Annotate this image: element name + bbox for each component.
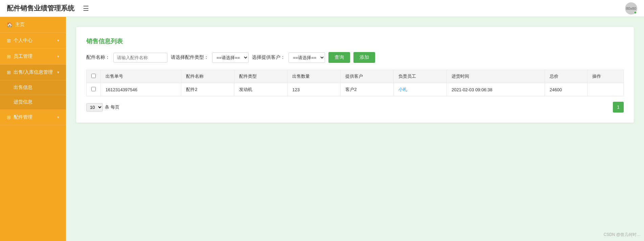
- filter-bar: 配件名称： 请选择配件类型： ==请选择== 选择提供客户： ==请选择== 查…: [86, 52, 624, 63]
- employee-link[interactable]: 小札: [398, 87, 407, 92]
- employee-icon: ⊞: [7, 54, 11, 59]
- per-page-control: 10 20 50 条 每页: [86, 103, 119, 112]
- th-parts-name: 配件名称: [181, 70, 234, 83]
- home-icon: 🏠: [7, 22, 13, 27]
- per-page-label: 条 每页: [105, 104, 119, 110]
- sales-mgmt-icon: ⊞: [7, 70, 11, 75]
- sidebar-item-sales-mgmt[interactable]: ⊞ 出售/入库信息管理 ▾: [0, 65, 66, 80]
- chevron-down-icon-3: ▾: [57, 70, 59, 75]
- chevron-down-icon-4: ▾: [57, 115, 59, 120]
- parts-name-label: 配件名称：: [86, 54, 110, 61]
- chevron-down-icon: ▾: [57, 38, 59, 43]
- sidebar-item-home[interactable]: 🏠 主页: [0, 17, 66, 33]
- cell-time: 2021-02-03 09:06:38: [447, 83, 545, 96]
- sidebar-label-sales-info: 出售信息: [14, 85, 32, 91]
- per-page-select[interactable]: 10 20 50: [86, 103, 103, 112]
- supplier-select[interactable]: ==请选择==: [289, 52, 325, 63]
- user-avatar[interactable]: 80x80: [625, 2, 637, 15]
- pagination-bar: 10 20 50 条 每页 1: [86, 102, 624, 113]
- parts-type-select[interactable]: ==请选择==: [212, 52, 249, 63]
- main-layout: 🏠 主页 ⊞ 个人中心 ▾ ⊞ 员工管理 ▾ ⊞ 出售/入库信息管理 ▾ 出售信…: [0, 17, 644, 241]
- table-row: 1612314397546 配件2 发动机 123 客户2 小札 2021-02…: [87, 83, 624, 96]
- cell-supplier: 客户2: [341, 83, 394, 96]
- sidebar-label-sales-mgmt: 出售/入库信息管理: [14, 69, 54, 75]
- select-all-checkbox[interactable]: [91, 74, 96, 78]
- row-checkbox-cell: [87, 83, 101, 96]
- sales-table: 出售单号 配件名称 配件类型 出售数量 提供客户 负责员工 进货时间 总价 操作…: [86, 70, 624, 96]
- sidebar-item-parts-mgmt[interactable]: ⊞ 配件管理 ▾: [0, 110, 66, 125]
- th-supplier: 提供客户: [341, 70, 394, 83]
- sidebar-item-sales-info[interactable]: 出售信息: [0, 80, 66, 95]
- content-area: 销售信息列表 配件名称： 请选择配件类型： ==请选择== 选择提供客户： ==…: [66, 17, 644, 241]
- top-header: 配件销售业绩管理系统 ☰ 80x80: [0, 0, 644, 17]
- sidebar: 🏠 主页 ⊞ 个人中心 ▾ ⊞ 员工管理 ▾ ⊞ 出售/入库信息管理 ▾ 出售信…: [0, 17, 66, 241]
- th-total: 总价: [545, 70, 588, 83]
- sidebar-item-purchase-info[interactable]: 进货信息: [0, 95, 66, 110]
- th-action: 操作: [588, 70, 624, 83]
- chevron-down-icon-2: ▾: [57, 54, 59, 59]
- th-quantity: 出售数量: [288, 70, 341, 83]
- sidebar-label-profile: 个人中心: [14, 38, 54, 44]
- page-1-button[interactable]: 1: [613, 102, 624, 113]
- cell-quantity: 123: [288, 83, 341, 96]
- cell-parts-type: 发动机: [234, 83, 288, 96]
- th-parts-type: 配件类型: [234, 70, 288, 83]
- app-title: 配件销售业绩管理系统: [7, 4, 74, 13]
- sidebar-label-parts-mgmt: 配件管理: [14, 114, 54, 120]
- row-checkbox[interactable]: [91, 87, 96, 91]
- sidebar-label-employee: 员工管理: [14, 53, 54, 59]
- menu-toggle-icon[interactable]: ☰: [81, 3, 91, 14]
- parts-mgmt-icon: ⊞: [7, 115, 11, 120]
- parts-type-label: 请选择配件类型：: [171, 54, 209, 61]
- user-avatar-label: 80x80: [626, 6, 636, 10]
- sidebar-label-home: 主页: [15, 22, 59, 28]
- supplier-label: 选择提供客户：: [252, 54, 285, 61]
- cell-total: 24600: [545, 83, 588, 96]
- cell-action: [588, 83, 624, 96]
- th-employee: 负责员工: [394, 70, 447, 83]
- profile-icon: ⊞: [7, 38, 11, 43]
- sidebar-item-employee[interactable]: ⊞ 员工管理 ▾: [0, 49, 66, 65]
- sidebar-item-profile[interactable]: ⊞ 个人中心 ▾: [0, 33, 66, 49]
- user-online-dot: [634, 11, 637, 14]
- cell-parts-name: 配件2: [181, 83, 234, 96]
- query-button[interactable]: 查询: [328, 52, 350, 63]
- cell-employee[interactable]: 小札: [394, 83, 447, 96]
- sidebar-label-purchase-info: 进货信息: [14, 99, 32, 105]
- main-card: 销售信息列表 配件名称： 请选择配件类型： ==请选择== 选择提供客户： ==…: [76, 27, 634, 123]
- header-left: 配件销售业绩管理系统 ☰: [7, 3, 91, 14]
- th-time: 进货时间: [447, 70, 545, 83]
- table-header-row: 出售单号 配件名称 配件类型 出售数量 提供客户 负责员工 进货时间 总价 操作: [87, 70, 624, 83]
- table-body: 1612314397546 配件2 发动机 123 客户2 小札 2021-02…: [87, 83, 624, 96]
- page-title: 销售信息列表: [86, 37, 624, 45]
- th-checkbox: [87, 70, 101, 83]
- add-button[interactable]: 添加: [353, 52, 375, 63]
- cell-sale-no: 1612314397546: [101, 83, 181, 96]
- th-sale-no: 出售单号: [101, 70, 181, 83]
- parts-name-input[interactable]: [113, 53, 167, 63]
